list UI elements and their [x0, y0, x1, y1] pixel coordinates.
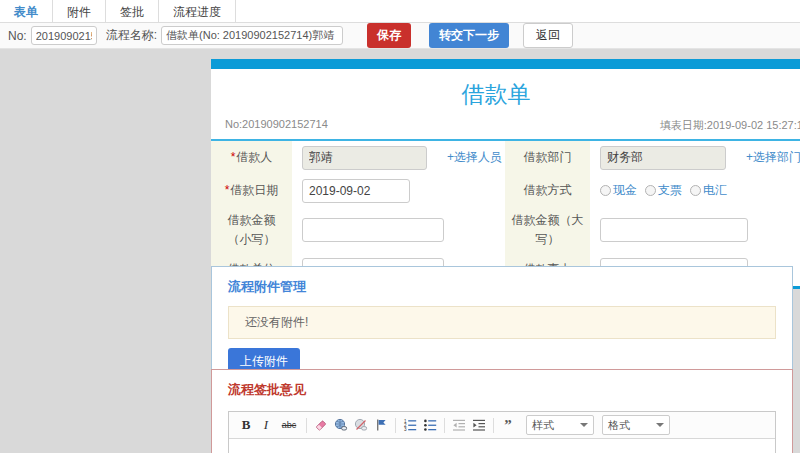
svg-text:3: 3 — [404, 427, 407, 432]
eraser-icon — [314, 418, 328, 432]
style-dropdown-label: 样式 — [532, 418, 554, 433]
remove-format-button[interactable] — [312, 416, 330, 434]
no-label: No: — [8, 29, 27, 43]
numbered-list-button[interactable]: 1 2 3 — [401, 416, 419, 434]
chevron-down-icon — [580, 423, 588, 427]
format-dropdown-label: 格式 — [608, 418, 630, 433]
loan-form-panel: 借款单 No:20190902152714 填表日期:2019-09-02 15… — [211, 59, 800, 289]
borrower-field: +选择人员 — [292, 141, 505, 174]
indent-icon — [472, 418, 486, 432]
blockquote-button[interactable]: ” — [499, 416, 517, 434]
payment-method-radio-cash[interactable]: 现金 — [600, 182, 637, 199]
borrow-date-label: * 借款日期 — [211, 174, 292, 207]
outdent-button[interactable] — [450, 416, 468, 434]
radio-icon[interactable] — [645, 185, 656, 196]
save-button[interactable]: 保存 — [367, 23, 411, 48]
tab-bar: 表单 附件 签批 流程进度 — [0, 0, 800, 23]
select-person-link[interactable]: +选择人员 — [447, 149, 502, 166]
unlink-button[interactable] — [352, 416, 370, 434]
required-mark: * — [231, 148, 236, 167]
tab-sign[interactable]: 签批 — [106, 0, 159, 22]
forward-next-step-button[interactable]: 转交下一步 — [429, 23, 509, 48]
tab-attachments[interactable]: 附件 — [53, 0, 106, 22]
payment-method-radio-cheque[interactable]: 支票 — [645, 182, 682, 199]
editor-toolbar: B I abc — [229, 412, 775, 439]
radio-icon[interactable] — [600, 185, 611, 196]
flag-icon — [374, 418, 388, 432]
department-label-text: 借款部门 — [524, 148, 572, 167]
amount-lower-label-text: 借款金额（小写） — [217, 211, 286, 249]
tab-progress[interactable]: 流程进度 — [159, 0, 236, 22]
anchor-flag-button[interactable] — [372, 416, 390, 434]
editor-content[interactable] — [229, 439, 775, 453]
borrow-date-field — [292, 174, 505, 207]
no-input[interactable] — [31, 26, 97, 45]
strikethrough-button[interactable]: abc — [277, 416, 301, 434]
payment-method-field: 现金 支票 电汇 — [590, 174, 800, 207]
flow-name-label: 流程名称: — [106, 27, 157, 44]
form-title: 借款单 — [211, 69, 800, 116]
command-bar: No: 流程名称: 保存 转交下一步 返回 — [0, 23, 800, 49]
indent-button[interactable] — [470, 416, 488, 434]
toolbar-separator — [493, 418, 494, 433]
department-label: 借款部门 — [505, 141, 590, 174]
toolbar-separator — [306, 418, 307, 433]
amount-upper-label-text: 借款金额（大写） — [511, 211, 584, 249]
attachments-title: 流程附件管理 — [228, 278, 776, 296]
required-mark: * — [225, 181, 230, 200]
department-input[interactable] — [600, 146, 726, 170]
approval-panel: 流程签批意见 B I abc — [211, 369, 793, 453]
tab-form[interactable]: 表单 — [0, 0, 53, 22]
form-top-bar — [211, 59, 800, 69]
form-date-text: 填表日期:2019-09-02 15:27:14 — [660, 118, 800, 133]
format-dropdown[interactable]: 格式 — [602, 415, 670, 435]
borrower-label: * 借款人 — [211, 141, 292, 174]
chevron-down-icon — [656, 423, 664, 427]
bold-button[interactable]: B — [237, 416, 255, 434]
borrower-label-text: 借款人 — [236, 148, 272, 167]
amount-lower-label: 借款金额（小写） — [211, 207, 292, 253]
payment-method-label-text: 借款方式 — [524, 181, 572, 200]
radio-label: 支票 — [658, 182, 682, 199]
bulleted-list-icon — [423, 418, 437, 432]
amount-lower-field — [292, 207, 505, 253]
borrow-date-label-text: 借款日期 — [230, 181, 278, 200]
approval-title: 流程签批意见 — [228, 381, 776, 399]
style-dropdown[interactable]: 样式 — [526, 415, 594, 435]
amount-upper-field — [590, 207, 800, 253]
form-meta-row: No:20190902152714 填表日期:2019-09-02 15:27:… — [211, 116, 800, 139]
back-button[interactable]: 返回 — [523, 23, 573, 48]
numbered-list-icon: 1 2 3 — [403, 418, 417, 432]
radio-icon[interactable] — [690, 185, 701, 196]
link-button[interactable] — [332, 416, 350, 434]
bulleted-list-button[interactable] — [421, 416, 439, 434]
amount-upper-input[interactable] — [600, 218, 748, 242]
outdent-icon — [452, 418, 466, 432]
no-attachments-message: 还没有附件! — [228, 306, 776, 339]
borrow-date-input[interactable] — [302, 179, 410, 203]
toolbar-separator — [444, 418, 445, 433]
flow-name-input[interactable] — [161, 26, 343, 45]
form-no-text: No:20190902152714 — [225, 118, 328, 133]
select-department-link[interactable]: +选择部门 — [746, 149, 800, 166]
link-icon — [334, 418, 348, 432]
payment-method-radio-wire[interactable]: 电汇 — [690, 182, 727, 199]
unlink-icon — [354, 418, 368, 432]
borrower-input[interactable] — [302, 146, 427, 170]
radio-label: 电汇 — [703, 182, 727, 199]
radio-label: 现金 — [613, 182, 637, 199]
italic-button[interactable]: I — [257, 416, 275, 434]
amount-lower-input[interactable] — [302, 218, 444, 242]
toolbar-separator — [395, 418, 396, 433]
payment-method-label: 借款方式 — [505, 174, 590, 207]
amount-upper-label: 借款金额（大写） — [505, 207, 590, 253]
department-field: +选择部门 — [590, 141, 800, 174]
rich-text-editor: B I abc — [228, 411, 776, 453]
content-area: 借款单 No:20190902152714 填表日期:2019-09-02 15… — [0, 49, 800, 453]
